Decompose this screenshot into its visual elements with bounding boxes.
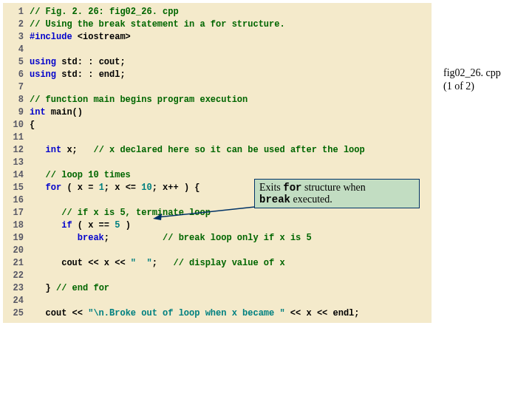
line-number: 14 — [3, 169, 30, 182]
code-text: // Fig. 2. 26: fig02_26. cpp — [30, 6, 432, 18]
code-text: break; // break loop only if x is 5 — [30, 232, 432, 245]
caption-title: fig02_26. cpp — [443, 66, 501, 80]
line-number: 25 — [3, 307, 30, 320]
code-text: #include <iostream> — [30, 31, 432, 44]
code-text: int x; // x declared here so it can be u… — [30, 144, 432, 157]
annotation-callout: Exits for structure when break executed. — [254, 179, 420, 208]
callout-line1: Exits for structure when — [259, 182, 415, 194]
line-number: 5 — [3, 56, 30, 69]
line-number: 19 — [3, 232, 30, 245]
line-number: 2 — [3, 18, 30, 31]
code-text: if ( x == 5 ) — [30, 219, 432, 232]
code-text: // Using the break statement in a for st… — [30, 18, 432, 31]
line-number: 22 — [3, 270, 30, 282]
callout-line2: break executed. — [259, 194, 415, 205]
line-number: 1 — [3, 6, 30, 18]
code-text — [30, 245, 432, 257]
line-number: 15 — [3, 182, 30, 194]
line-number: 7 — [3, 81, 30, 94]
code-text: } // end for — [30, 282, 432, 295]
code-text: int main() — [30, 106, 432, 119]
line-number: 24 — [3, 295, 30, 307]
line-number: 8 — [3, 94, 30, 106]
code-listing: 1// Fig. 2. 26: fig02_26. cpp 2// Using … — [3, 3, 432, 323]
code-text: using std: : endl; — [30, 69, 432, 81]
line-number: 18 — [3, 219, 30, 232]
code-text: cout << x << " "; // display value of x — [30, 257, 432, 270]
code-text: cout << "\n.Broke out of loop when x bec… — [30, 307, 432, 320]
caption-sub: (1 of 2) — [443, 80, 501, 93]
line-number: 4 — [3, 44, 30, 56]
line-number: 12 — [3, 144, 30, 157]
code-text: // function main begins program executio… — [30, 94, 432, 106]
line-number: 17 — [3, 207, 30, 219]
code-text — [30, 132, 432, 144]
slide-caption: fig02_26. cpp (1 of 2) — [443, 66, 501, 93]
line-number: 21 — [3, 257, 30, 270]
code-text — [30, 295, 432, 307]
line-number: 20 — [3, 245, 30, 257]
line-number: 16 — [3, 194, 30, 207]
code-text — [30, 157, 432, 169]
code-text: // if x is 5, terminate loop — [30, 207, 432, 219]
code-text: { — [30, 119, 432, 132]
line-number: 3 — [3, 31, 30, 44]
line-number: 6 — [3, 69, 30, 81]
line-number: 10 — [3, 119, 30, 132]
line-number: 9 — [3, 106, 30, 119]
code-text — [30, 270, 432, 282]
line-number: 11 — [3, 132, 30, 144]
line-number: 23 — [3, 282, 30, 295]
code-text — [30, 44, 432, 56]
code-text — [30, 81, 432, 94]
line-number: 13 — [3, 157, 30, 169]
code-text: using std: : cout; — [30, 56, 432, 69]
